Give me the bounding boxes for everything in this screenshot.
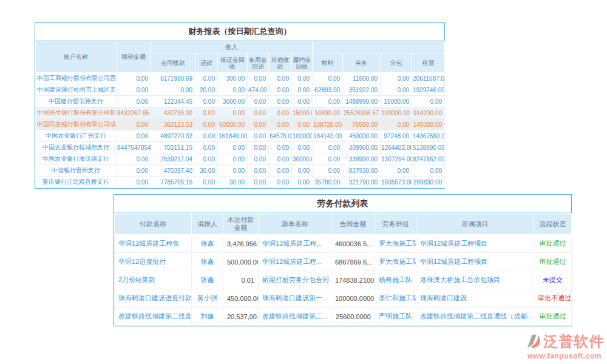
opening-amount-cell: 0.00 bbox=[117, 153, 151, 165]
project-cell[interactable]: 华润12城房建工程项目 bbox=[416, 253, 534, 271]
repayment-cell: 0.00 bbox=[195, 177, 218, 188]
performance-bond-cell: 0.00 bbox=[292, 84, 313, 96]
labor-cell: 351922.00 bbox=[343, 84, 381, 96]
table-row: 中国建设银行杭州市上城区支行 0.00 0.00 20.00 0.00 474.… bbox=[36, 84, 445, 96]
other-receipt-cell: 0.00 bbox=[269, 165, 292, 177]
payment-name-cell[interactable]: 2月份结算款 bbox=[115, 271, 192, 289]
table-row: 华润12进度批付 张鑫 500,000.00 华润12城房建工程... 6867… bbox=[115, 253, 572, 271]
source-doc-cell[interactable]: 改建铁路线增建第二... bbox=[259, 308, 331, 326]
status-badge[interactable]: 审批通过 bbox=[534, 235, 572, 253]
labor-payment-panel: 劳务付款列表 付款名称 填报人 本次付款金额 源单名称 合同金额 劳务班组 所属… bbox=[114, 194, 572, 326]
payment-name-cell[interactable]: 华润12进度批付 bbox=[115, 253, 192, 271]
repayment-cell: 0.00 bbox=[195, 107, 218, 119]
col-header-account: 账户名称 bbox=[36, 41, 117, 73]
repayment-cell: 0.00 bbox=[195, 96, 218, 107]
other-receipt-cell: 0.00 bbox=[269, 84, 292, 96]
repayment-cell: 0.00 bbox=[195, 73, 218, 84]
reporter-cell[interactable]: 张鑫 bbox=[192, 271, 223, 289]
status-badge[interactable]: 审批通过 bbox=[534, 308, 572, 326]
col-header-opening-amount: 期初金额 bbox=[117, 41, 151, 73]
finance-report-title: 财务报表（按日期汇总查询） bbox=[35, 23, 444, 41]
opening-amount-cell: 0.00 bbox=[117, 130, 151, 142]
project-cell[interactable]: 港珠澳大桥施工总承包项目 bbox=[416, 271, 534, 289]
contract-receipt-cell: 2539217.04 bbox=[151, 153, 195, 165]
contract-amount-cell: 6867869.6... bbox=[331, 253, 375, 271]
other-receipt-cell: 0.00 bbox=[269, 153, 292, 165]
table-row: 重庆银行江北观音桥支行 0.00 7785705.15 0.00 30.00 0… bbox=[36, 177, 445, 188]
col-group-expense bbox=[313, 41, 445, 53]
contract-receipt-cell: 7785705.15 bbox=[151, 177, 195, 188]
deposit-recovery-cell: 30.00 bbox=[218, 177, 248, 188]
opening-amount-cell: 8447547854 bbox=[117, 142, 151, 153]
table-row: 中国民生银行股份有限公司成都新都支行 0.00 360123.53 0.00 6… bbox=[36, 119, 445, 130]
opening-amount-cell: 0.00 bbox=[117, 84, 151, 96]
opening-amount-cell: 0.00 bbox=[117, 177, 151, 188]
contract-receipt-cell: 703151.15 bbox=[151, 142, 195, 153]
other-receipt-cell: 0.00 bbox=[269, 73, 292, 84]
deposit-recovery-cell: 0.00 bbox=[218, 165, 248, 177]
contract-amount-cell: 4600036.5... bbox=[331, 235, 375, 253]
labor-team-cell[interactable]: 严明施工队 bbox=[375, 308, 416, 326]
labor-team-cell[interactable]: 李仁和施工队 bbox=[375, 289, 416, 308]
payment-name-cell[interactable]: 改建铁路线增建第二线直... bbox=[115, 308, 192, 326]
finance-header-group-row: 账户名称 期初金额 收入 bbox=[36, 41, 445, 53]
col-header-performance-bond: 履约金回收 bbox=[292, 53, 313, 73]
payment-name-cell[interactable]: 华润12城房建工程负 bbox=[115, 235, 192, 253]
account-name-cell[interactable]: 中国建设银行杭州市上城区支行 bbox=[36, 84, 117, 96]
project-cell[interactable]: 华润12城房建工程项目 bbox=[416, 235, 534, 253]
lease-cell: 145000.00 bbox=[412, 119, 445, 130]
status-badge[interactable]: 未提交 bbox=[534, 271, 572, 289]
col-header-deposit-recovery: 保证金回收 bbox=[218, 53, 248, 73]
labor-team-cell[interactable]: 杨树施工队 bbox=[375, 271, 416, 289]
account-name-cell[interactable]: 中国民生银行股份有限公司朝阳支行 bbox=[36, 107, 117, 119]
reporter-cell[interactable]: 张鑫 bbox=[192, 235, 223, 253]
account-name-cell[interactable]: 中国工商银行股份有限公司西安回民街 bbox=[36, 73, 117, 84]
account-name-cell[interactable]: 中国农业银行广州支行 bbox=[36, 130, 117, 142]
account-name-cell[interactable]: 中国民生银行股份有限公司成都新都支行 bbox=[36, 119, 117, 130]
labor-team-cell[interactable]: 罗大海施工队 bbox=[375, 235, 416, 253]
project-cell[interactable]: 改建铁路线增建第二线直通线（成都-... bbox=[416, 308, 534, 326]
reporter-cell[interactable]: 黄小强 bbox=[192, 289, 223, 308]
status-badge[interactable]: 审批不通过 bbox=[534, 289, 572, 308]
deposit-recovery-cell: 0.00 bbox=[218, 142, 248, 153]
table-row: 改建铁路线增建第二线直... 刘健 20,537,00... 改建铁路线增建第二… bbox=[115, 308, 572, 326]
performance-bond-cell: 0.00 bbox=[292, 96, 313, 107]
labor-payment-table: 付款名称 填报人 本次付款金额 源单名称 合同金额 劳务班组 所属项目 流程状态… bbox=[114, 213, 572, 326]
lease-cell: 5138890.00 bbox=[412, 142, 445, 153]
fanpu-brand-watermark: 泛普软件 www.fanpusoft.com bbox=[524, 332, 605, 360]
contract-receipt-cell: 4897270.02 bbox=[151, 130, 195, 142]
other-receipt-cell: 0.00 bbox=[269, 96, 292, 107]
labor-cell: 25526936.57 bbox=[343, 107, 381, 119]
lease-cell: 299830.00 bbox=[412, 177, 445, 188]
account-name-cell[interactable]: 中国建行留安路支行 bbox=[36, 96, 117, 107]
reporter-cell[interactable]: 刘健 bbox=[192, 308, 223, 326]
source-doc-cell[interactable]: 华润12城房建工程... bbox=[259, 253, 331, 271]
source-doc-cell[interactable]: 华润12城房建工程... bbox=[259, 235, 331, 253]
source-doc-cell[interactable]: 桥梁打桩劳务分包合同 bbox=[259, 271, 331, 289]
source-doc-cell[interactable]: 珠海鹤港口建设第一... bbox=[259, 289, 331, 308]
lease-cell: 1929746.00 bbox=[412, 84, 445, 96]
payment-name-cell[interactable]: 珠海鹤港口建设进度付款 bbox=[115, 289, 192, 308]
account-name-cell[interactable]: 重庆银行江北观音桥支行 bbox=[36, 177, 117, 188]
project-cell[interactable]: 珠海鹤港口建设 bbox=[416, 289, 534, 308]
opening-amount-cell: 8432267.65 bbox=[117, 107, 151, 119]
labor-team-cell[interactable]: 罗大海施工队 bbox=[375, 253, 416, 271]
labor-cell: 837930.00 bbox=[343, 165, 381, 177]
account-name-cell[interactable]: 中信银行贵州支行 bbox=[36, 165, 117, 177]
account-name-cell[interactable]: 中国农业银行海汉路支行 bbox=[36, 153, 117, 165]
fanpu-logo-icon bbox=[525, 332, 543, 351]
col-header-source-doc: 源单名称 bbox=[259, 214, 331, 235]
deposit-recovery-cell: 300.00 bbox=[218, 73, 248, 84]
material-cell: 0.00 bbox=[313, 96, 343, 107]
payment-amount-cell: 0.01 bbox=[223, 271, 259, 289]
account-name-cell[interactable]: 中国农业银行桂城街支行 bbox=[36, 142, 117, 153]
petty-cash-return-cell: 0.00 bbox=[248, 96, 269, 107]
col-header-repayment: 还款 bbox=[195, 53, 218, 73]
deposit-recovery-cell: 60000.00 bbox=[218, 119, 248, 130]
contract-receipt-cell: 470357.40 bbox=[151, 165, 195, 177]
repayment-cell: 0.00 bbox=[195, 142, 218, 153]
status-badge[interactable]: 审批通过 bbox=[534, 253, 572, 271]
reporter-cell[interactable]: 张鑫 bbox=[192, 253, 223, 271]
table-row: 中国民生银行股份有限公司朝阳支行 8432267.65 430739.00 0.… bbox=[36, 107, 445, 119]
table-row: 2月份结算款 张鑫 0.01 桥梁打桩劳务分包合同 174838.2100 杨树… bbox=[115, 271, 572, 289]
